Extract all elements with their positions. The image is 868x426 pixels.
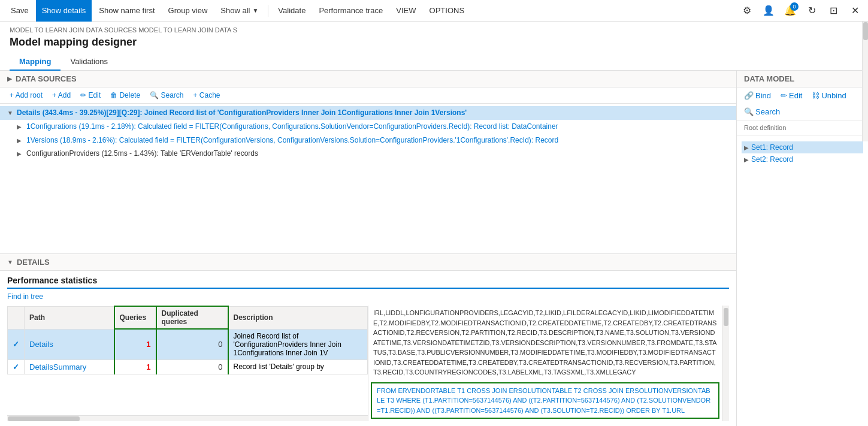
perf-table: Path Queries Duplicated queries Descript… <box>7 306 368 374</box>
dm-header: DATA MODEL <box>737 71 868 87</box>
details-body: Performance statistics Find in tree <box>0 271 736 426</box>
search-icon: 🔍 <box>744 107 754 116</box>
options-button[interactable]: OPTIONS <box>424 0 471 22</box>
edit-button[interactable]: ✏ Edit <box>78 90 103 101</box>
configproviders-text: ConfigurationProviders (12.5ms - 1.43%):… <box>26 149 731 159</box>
table-area: Path Queries Duplicated queries Descript… <box>7 306 368 421</box>
path-cell: DetailsSummary <box>25 359 114 374</box>
check-cell: ✓ <box>8 359 25 374</box>
check-icon: ✓ <box>13 362 19 371</box>
main-toolbar: Save Show details Show name first Group … <box>0 0 868 22</box>
v-scroll-thumb-right[interactable] <box>724 308 728 326</box>
bottom-split: Path Queries Duplicated queries Descript… <box>7 306 729 421</box>
details-header: ▼ DETAILS <box>0 254 736 271</box>
col-desc-header: Description <box>228 306 368 329</box>
add-button[interactable]: + Add <box>50 90 73 101</box>
check-cell: ✓ <box>8 329 25 359</box>
queries-cell: 1 <box>114 329 156 359</box>
breadcrumb: MODEL TO LEARN JOIN DATA SOURCES MODEL T… <box>10 26 858 34</box>
page-title: Model mapping designer <box>10 36 858 49</box>
notification-badge: 0 <box>790 2 799 11</box>
details-section: ▼ DETAILS Performance statistics Find in… <box>0 254 736 426</box>
show-details-button[interactable]: Show details <box>36 0 92 22</box>
tree-item-configproviders[interactable]: ▶ ConfigurationProviders (12.5ms - 1.43%… <box>0 147 736 161</box>
1configs-text: 1Configurations (19.1ms - 2.18%): Calcul… <box>26 122 731 132</box>
separator <box>268 5 268 17</box>
dm-search-button[interactable]: 🔍 Search <box>742 106 782 117</box>
cache-button[interactable]: + Cache <box>190 90 222 101</box>
col-path-header: Path <box>25 306 114 329</box>
group-view-button[interactable]: Group view <box>162 0 214 22</box>
desc-cell: Record list 'Details' group by <box>228 359 368 374</box>
dm-toolbar: 🔗 Bind ✏ Edit ⛓ Unbind 🔍 Search <box>737 87 868 120</box>
dm-tree: ▶ Set1: Record ▶ Set2: Record <box>737 139 868 426</box>
queries-cell: 1 <box>114 359 156 374</box>
table-row[interactable]: ✓ Details 1 0 Joined Record list of 'Con… <box>8 329 368 359</box>
set2-text: Set2: Record <box>751 155 793 164</box>
close-icon[interactable]: ✕ <box>846 2 863 19</box>
col-queries-header: Queries <box>114 306 156 329</box>
save-button[interactable]: Save <box>5 0 35 22</box>
find-in-tree-link[interactable]: Find in tree <box>7 292 729 301</box>
dup-cell: 0 <box>156 329 228 359</box>
v-scrollbar-right[interactable] <box>722 306 729 421</box>
delete-button[interactable]: 🗑 Delete <box>108 90 143 101</box>
root-definition: Root definition <box>737 120 868 135</box>
chevron-down-icon: ▼ <box>252 7 258 14</box>
notification-icon[interactable]: 🔔 0 <box>782 2 799 19</box>
data-sources-section: ▶ DATA SOURCES + Add root + Add ✏ Edit 🗑… <box>0 71 736 254</box>
edit-icon: ✏ <box>781 91 787 100</box>
add-root-button[interactable]: + Add root <box>7 90 45 101</box>
page-tabs: Mapping Validations <box>10 53 858 70</box>
show-all-button[interactable]: Show all ▼ <box>214 0 264 22</box>
unbind-button[interactable]: ⛓ Unbind <box>809 90 848 101</box>
desc-highlighted-text: FROM ERVENDORTABLE T1 CROSS JOIN ERSOLUT… <box>371 382 719 419</box>
dm-tree-item-set2[interactable]: ▶ Set2: Record <box>742 153 863 165</box>
dm-edit-button[interactable]: ✏ Edit <box>778 90 805 101</box>
bind-button[interactable]: 🔗 Bind <box>742 90 773 101</box>
desc-cell: Joined Record list of 'ConfigurationProv… <box>228 329 368 359</box>
1versions-text: 1Versions (18.9ms - 2.16%): Calculated f… <box>26 135 731 146</box>
details-text: Details (343.4ms - 39.25%)[29][Q:29]: Jo… <box>17 108 731 118</box>
tree-item-details[interactable]: ▼ Details (343.4ms - 39.25%)[29][Q:29]: … <box>0 106 736 120</box>
bind-icon: 🔗 <box>744 91 754 100</box>
1configs-toggle: ▶ <box>17 123 24 131</box>
tab-validations[interactable]: Validations <box>61 53 117 71</box>
tree-item-1versions[interactable]: ▶ 1Versions (18.9ms - 2.16%): Calculated… <box>0 134 736 147</box>
desc-top-text: IRL,LIDDL,LONFIGURATIONPROVIDERS,LEGACYI… <box>368 306 722 380</box>
1versions-toggle: ▶ <box>17 137 24 145</box>
user-icon[interactable]: 👤 <box>760 2 777 19</box>
show-name-first-button[interactable]: Show name first <box>93 0 161 22</box>
validate-button[interactable]: Validate <box>272 0 311 22</box>
path-cell: Details <box>25 329 114 359</box>
col-check-header <box>8 306 25 329</box>
set1-text: Set1: Record <box>751 143 793 152</box>
table-row[interactable]: ✓ DetailsSummary 1 0 Record list 'Detail… <box>8 359 368 374</box>
data-model-panel: DATA MODEL 🔗 Bind ✏ Edit ⛓ Unbind <box>736 71 868 426</box>
settings-icon[interactable]: ⚙ <box>739 2 755 19</box>
dup-cell: 0 <box>156 359 228 374</box>
details-toggle: ▼ <box>7 109 14 117</box>
desc-panel: IRL,LIDDL,LONFIGURATIONPROVIDERS,LEGACYI… <box>368 306 729 421</box>
data-sources-header: ▶ DATA SOURCES <box>0 71 736 87</box>
refresh-icon[interactable]: ↻ <box>803 2 820 19</box>
set1-toggle: ▶ <box>744 144 749 151</box>
ds-tree: ▼ Details (343.4ms - 39.25%)[29][Q:29]: … <box>0 104 736 253</box>
search-button[interactable]: 🔍 Search <box>147 90 186 101</box>
h-scroll-thumb[interactable] <box>8 416 80 421</box>
ds-toggle[interactable]: ▶ <box>7 75 12 82</box>
h-scrollbar[interactable] <box>7 415 368 421</box>
new-window-icon[interactable]: ⊡ <box>825 2 842 19</box>
unbind-icon: ⛓ <box>812 91 819 100</box>
performance-trace-button[interactable]: Performance trace <box>313 0 389 22</box>
split-layout: ▶ DATA SOURCES + Add root + Add ✏ Edit 🗑… <box>0 71 868 426</box>
set2-toggle: ▶ <box>744 156 749 163</box>
tree-item-1configurations[interactable]: ▶ 1Configurations (19.1ms - 2.18%): Calc… <box>0 120 736 134</box>
dm-tree-item-set1[interactable]: ▶ Set1: Record <box>742 141 863 153</box>
tab-mapping[interactable]: Mapping <box>10 53 61 71</box>
dm-vscrollbar[interactable] <box>862 71 868 141</box>
configproviders-toggle: ▶ <box>17 150 24 158</box>
check-icon: ✓ <box>13 340 19 349</box>
details-toggle-icon[interactable]: ▼ <box>7 259 13 265</box>
view-button[interactable]: VIEW <box>390 0 422 22</box>
